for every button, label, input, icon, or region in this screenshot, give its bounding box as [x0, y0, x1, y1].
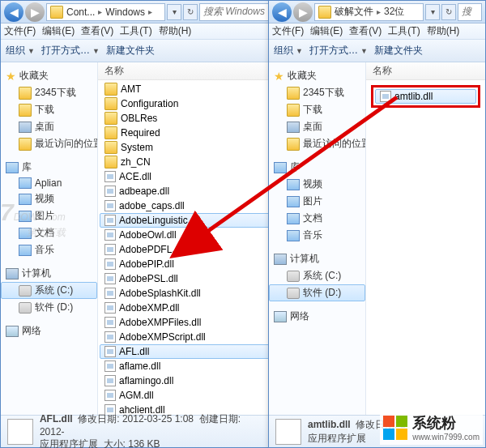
explorer-window-right: ◀ ▶ 破解文件 ▸ 32位 ▾ ↻ 搜 文件(F) 编辑(E) 查看(V) 工…	[268, 0, 486, 448]
breadcrumb-seg[interactable]: 破解文件	[333, 5, 375, 19]
forward-button[interactable]: ▶	[25, 2, 45, 22]
open-with-button[interactable]: 打开方式…▼	[309, 44, 368, 58]
sidebar-item[interactable]: 图片	[269, 193, 365, 210]
sidebar-computer[interactable]: 计算机	[269, 250, 365, 267]
sidebar-item[interactable]: 视频	[269, 176, 365, 193]
sidebar: ★收藏夹 2345下载 下载 桌面 最近访问的位置 库 Aplian 视频 图片…	[1, 62, 98, 415]
file-item[interactable]: Configuration	[100, 96, 272, 111]
file-item[interactable]: AdobePSL.dll	[100, 271, 272, 286]
back-button[interactable]: ◀	[4, 2, 23, 22]
forward-button[interactable]: ▶	[293, 2, 313, 22]
sidebar-item-c-drive[interactable]: 系统 (C:)	[1, 282, 97, 299]
file-item[interactable]: AdobeXMP.dll	[100, 301, 272, 315]
menu-view[interactable]: 查看(V)	[349, 24, 382, 38]
sidebar-item[interactable]: 最近访问的位置	[269, 135, 365, 152]
file-item[interactable]: AdobePDFL.dll	[100, 242, 272, 257]
menu-tools[interactable]: 工具(T)	[388, 24, 420, 38]
file-item[interactable]: AdobePIP.dll	[100, 257, 272, 271]
sidebar-item[interactable]: 音乐	[1, 241, 97, 258]
file-name: amtlib.dll	[394, 91, 433, 102]
new-folder-button[interactable]: 新建文件夹	[106, 44, 155, 58]
dll-icon	[104, 186, 116, 197]
sidebar-item[interactable]: Aplian	[1, 176, 97, 190]
menu-edit[interactable]: 编辑(E)	[42, 24, 75, 38]
sidebar-item[interactable]: 下载	[269, 101, 365, 118]
file-item[interactable]: AdobeXMPFiles.dll	[100, 315, 272, 330]
file-item[interactable]: AdobeXMPScript.dll	[100, 330, 272, 344]
sidebar-network[interactable]: 网络	[1, 322, 97, 339]
sidebar-item-c-drive[interactable]: 系统 (C:)	[269, 267, 365, 284]
column-header-name[interactable]: 名称	[98, 62, 274, 80]
sidebar-item-d-drive[interactable]: 软件 (D:)	[269, 284, 365, 301]
sidebar-network[interactable]: 网络	[269, 308, 365, 325]
sidebar-favorites[interactable]: ★收藏夹	[1, 67, 97, 84]
file-item[interactable]: AMT	[100, 82, 272, 96]
file-item[interactable]: zh_CN	[100, 155, 272, 169]
file-item[interactable]: adobe_caps.dll	[100, 198, 272, 213]
sidebar-item[interactable]: 文档	[269, 210, 365, 227]
sidebar-item[interactable]: 视频	[1, 190, 97, 207]
back-button[interactable]: ◀	[272, 2, 292, 22]
file-item[interactable]: amtlib.dll	[375, 89, 476, 104]
menu-file[interactable]: 文件(F)	[4, 24, 36, 38]
sidebar-item[interactable]: 下载	[1, 101, 97, 118]
file-item[interactable]: adbeape.dll	[100, 184, 272, 198]
sidebar-libraries[interactable]: 库	[1, 159, 97, 176]
file-name: adbeape.dll	[119, 186, 169, 197]
search-input[interactable]: 搜	[458, 3, 482, 21]
menu-edit[interactable]: 编辑(E)	[310, 24, 343, 38]
folder-icon	[104, 141, 117, 154]
documents-icon	[287, 213, 300, 224]
search-input[interactable]: 搜索 Windows	[199, 3, 271, 21]
file-item[interactable]: Required	[100, 126, 272, 140]
breadcrumb-seg[interactable]: Cont...	[65, 6, 96, 18]
dropdown-button[interactable]: ▾	[167, 4, 181, 20]
sidebar-item[interactable]: 图片	[1, 207, 97, 224]
organize-button[interactable]: 组织▼	[274, 44, 303, 58]
sidebar-item[interactable]: 桌面	[269, 118, 365, 135]
dropdown-button[interactable]: ▾	[425, 4, 440, 20]
refresh-button[interactable]: ↻	[183, 4, 198, 20]
menu-help[interactable]: 帮助(H)	[159, 24, 192, 38]
file-name: AdobeOwl.dll	[119, 229, 177, 241]
breadcrumb-seg[interactable]: Windows	[104, 6, 147, 18]
breadcrumb[interactable]: 破解文件 ▸ 32位	[314, 3, 424, 21]
file-pane: 名称 AMTConfigurationOBLResRequiredSystemz…	[98, 62, 274, 415]
sidebar-item[interactable]: 最近访问的位置	[1, 135, 97, 152]
breadcrumb[interactable]: Cont... ▸ Windows ▸	[46, 3, 165, 21]
file-item[interactable]: AdobeSplashKit.dll	[100, 286, 272, 301]
recent-icon	[287, 138, 300, 151]
file-item[interactable]: OBLRes	[100, 111, 272, 126]
sidebar-favorites[interactable]: ★收藏夹	[269, 67, 365, 84]
file-item[interactable]: AdobeOwl.dll	[100, 228, 272, 242]
file-item[interactable]: AFL.dll	[100, 344, 272, 359]
menu-tools[interactable]: 工具(T)	[120, 24, 151, 38]
sidebar-libraries[interactable]: 库	[269, 159, 365, 176]
sidebar-item[interactable]: 2345下载	[1, 84, 97, 101]
sidebar-item[interactable]: 文档	[1, 224, 97, 241]
sidebar-item[interactable]: 桌面	[1, 118, 97, 135]
dll-icon	[104, 244, 116, 255]
file-name: aflamingo.dll	[119, 375, 173, 386]
refresh-button[interactable]: ↻	[441, 4, 456, 20]
file-item[interactable]: AGM.dll	[100, 388, 272, 403]
file-item[interactable]: AdobeLinguistic.dll	[100, 213, 272, 228]
sidebar-item[interactable]: 音乐	[269, 227, 365, 244]
dll-icon	[104, 288, 116, 299]
sidebar-item[interactable]: 2345下载	[269, 84, 365, 101]
open-with-button[interactable]: 打开方式…▼	[41, 44, 100, 58]
menu-view[interactable]: 查看(V)	[81, 24, 113, 38]
dll-icon	[104, 404, 116, 415]
file-item[interactable]: ACE.dll	[100, 169, 272, 184]
breadcrumb-seg[interactable]: 32位	[382, 5, 406, 19]
file-item[interactable]: aflamingo.dll	[100, 373, 272, 388]
organize-button[interactable]: 组织▼	[6, 44, 35, 58]
new-folder-button[interactable]: 新建文件夹	[374, 44, 423, 58]
menu-help[interactable]: 帮助(H)	[427, 24, 460, 38]
menu-file[interactable]: 文件(F)	[272, 24, 304, 38]
sidebar-computer[interactable]: 计算机	[1, 265, 97, 282]
file-item[interactable]: System	[100, 140, 272, 155]
column-header-name[interactable]: 名称	[366, 62, 485, 80]
sidebar-item-d-drive[interactable]: 软件 (D:)	[1, 299, 97, 316]
file-item[interactable]: aflame.dll	[100, 359, 272, 373]
